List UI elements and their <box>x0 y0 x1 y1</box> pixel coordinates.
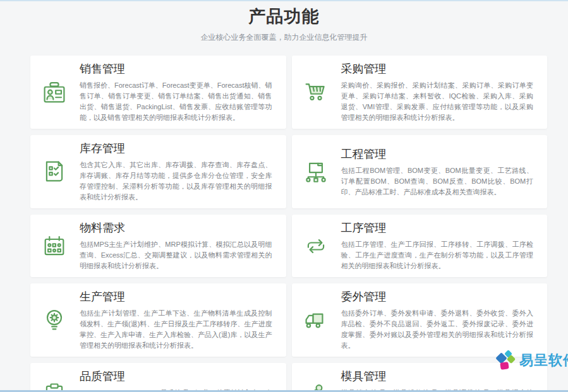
calendar-icon <box>37 232 72 260</box>
card-body: 销售管理 销售报价、Forecast订单、Forecast变更单、Forecas… <box>80 61 272 123</box>
feature-card: 工序管理 包括工序管理、生产工序回报、工序移转、工序调拨、工序检验、工序生产进度… <box>292 215 548 277</box>
card-title: 销售管理 <box>80 61 272 76</box>
feature-card: 采购管理 采购询价、采购报价、采购计划结案、采购订单、采购订单变更单、采购订单结… <box>292 56 548 129</box>
card-description: 包括工序管理、生产工序回报、工序移转、工序调拨、工序检验、工序生产进度查询，生产… <box>341 239 534 271</box>
card-title: 物料需求 <box>80 220 272 235</box>
feature-card: 委外管理 包括委外订单、委外发料申请、委外退料、委外收货、委外入库品检、委外不良… <box>292 283 548 357</box>
card-body: 生产管理 包括生产计划管理、生产工单下达、生产物料清单生成及控制领发料、生产领(… <box>80 289 272 351</box>
feature-card: 销售管理 销售报价、Forecast订单、Forecast变更单、Forecas… <box>30 56 286 129</box>
card-body: 采购管理 采购询价、采购报价、采购计划结案、采购订单、采购订单变更单、采购订单结… <box>341 61 534 123</box>
id-badge-icon <box>37 78 72 106</box>
card-description: 包括生产计划管理、生产工单下达、生产物料清单生成及控制领发料、生产领(退)料、生… <box>80 308 272 351</box>
card-body: 物料需求 包括MPS主生产计划维护、MRP模拟计算、模拟汇总以及明细查询、Exc… <box>80 220 272 271</box>
feature-card: 库存管理 包含其它入库、其它出库、库存调拨、库存查询、库存盘点、库存调账、库存月… <box>30 135 286 208</box>
card-description: 销售报价、Forecast订单、Forecast变更单、Forecast核销、销… <box>80 80 272 123</box>
page-title: 产品功能 <box>0 5 568 28</box>
feature-card: 工程管理 包括工程BOM管理、BOM变更、BOM批量变更、工艺路线、订单配置BO… <box>292 135 548 208</box>
top-border-line <box>0 0 568 1</box>
card-description: 包含其它入库、其它出库、库存调拨、库存查询、库存盘点、库存调账、库存月结等功能，… <box>80 160 272 203</box>
card-description: 采购询价、采购报价、采购计划结案、采购订单、采购订单变更单、采购订单结案、来料暂… <box>341 80 534 123</box>
card-title: 采购管理 <box>341 61 534 76</box>
brand-watermark-text: 易呈软件 <box>519 351 568 370</box>
brand-watermark: 易呈软件 <box>495 349 568 372</box>
card-description: 包括委外订单、委外发料申请、委外退料、委外收货、委外入库品检、委外不良品退回、委… <box>341 308 534 351</box>
card-title: 工程管理 <box>341 146 534 162</box>
feature-grid: 销售管理 销售报价、Forecast订单、Forecast变更单、Forecas… <box>30 56 547 392</box>
card-body: 委外管理 包括委外订单、委外发料申请、委外退料、委外收货、委外入库品检、委外不良… <box>341 289 534 351</box>
card-body: 库存管理 包含其它入库、其它出库、库存调拨、库存查询、库存盘点、库存调账、库存月… <box>80 141 272 203</box>
card-body: 工程管理 包括工程BOM管理、BOM变更、BOM批量变更、工艺路线、订单配置BO… <box>341 146 534 198</box>
hierarchy-icon <box>298 158 334 186</box>
card-title: 工序管理 <box>341 220 534 235</box>
card-body: 模具管理 模具档案管理、模具维修管理、模具调拨管理、模具报废管理、模具领用保管、… <box>341 369 534 392</box>
card-description: 包括MPS主生产计划维护、MRP模拟计算、模拟汇总以及明细查询、Excess汇总… <box>80 239 272 271</box>
feature-card: 物料需求 包括MPS主生产计划维护、MRP模拟计算、模拟汇总以及明细查询、Exc… <box>30 215 286 277</box>
card-body: 品质管理 IQC、FQC、OQC、IPQC品质管理，涵盖了从原材料入仓、生产巡检… <box>80 369 272 392</box>
flow-arrows-icon <box>298 232 334 260</box>
bulb-gear-icon <box>37 306 72 334</box>
yicheng-logo-icon <box>495 349 516 372</box>
truck-icon <box>298 306 334 334</box>
card-title: 库存管理 <box>80 141 272 156</box>
feature-card: 生产管理 包括生产计划管理、生产工单下达、生产物料清单生成及控制领发料、生产领(… <box>30 283 286 357</box>
page-subtitle: 企业核心业务全面覆盖，助力企业信息化管理提升 <box>0 32 568 43</box>
card-title: 品质管理 <box>80 369 272 384</box>
card-title: 生产管理 <box>80 289 272 304</box>
card-body: 工序管理 包括工序管理、生产工序回报、工序移转、工序调拨、工序检验、工序生产进度… <box>341 220 534 271</box>
clipboard-check-icon <box>37 158 72 186</box>
feature-card: 品质管理 IQC、FQC、OQC、IPQC品质管理，涵盖了从原材料入仓、生产巡检… <box>30 363 286 392</box>
card-description: 包括工程BOM管理、BOM变更、BOM批量变更、工艺路线、订单配置BOM、BOM… <box>341 165 534 198</box>
card-title: 委外管理 <box>341 289 534 304</box>
cart-icon <box>298 78 334 106</box>
